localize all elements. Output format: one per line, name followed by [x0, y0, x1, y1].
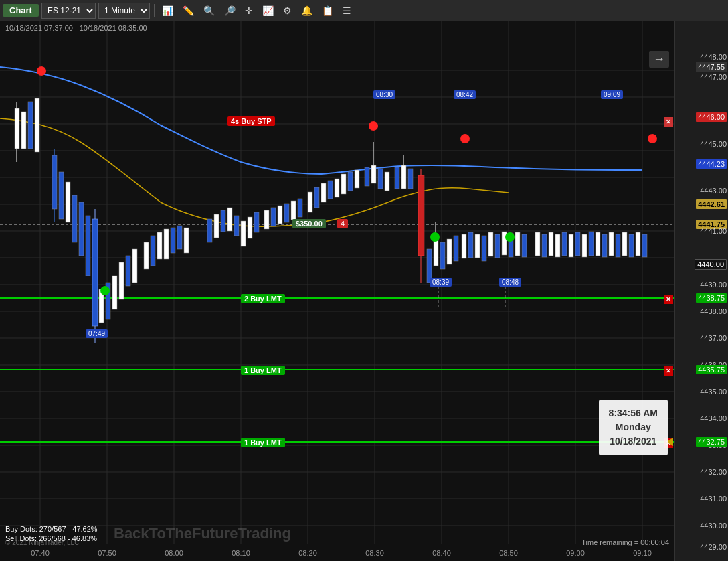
- svg-rect-64: [221, 210, 225, 232]
- tooltip-day: Monday: [609, 420, 658, 434]
- price-4437: 4437.00: [700, 334, 727, 342]
- timeframe-selector[interactable]: 1 Minute: [98, 3, 150, 19]
- crosshair-icon[interactable]: ✛: [242, 4, 256, 17]
- instrument-selector[interactable]: ES 12-21: [41, 3, 96, 19]
- buy-lmt-2-label[interactable]: 2 Buy LMT: [241, 294, 285, 303]
- price-4429: 4429.00: [700, 543, 727, 551]
- svg-rect-43: [72, 195, 77, 242]
- svg-rect-32: [15, 108, 19, 149]
- svg-rect-52: [119, 262, 124, 299]
- svg-rect-112: [515, 232, 520, 256]
- svg-point-131: [37, 66, 46, 76]
- svg-rect-41: [59, 172, 64, 219]
- svg-rect-119: [569, 234, 573, 257]
- draw-icon[interactable]: ✏️: [179, 4, 197, 17]
- svg-rect-122: [589, 232, 594, 256]
- svg-rect-84: [365, 167, 369, 186]
- svg-point-132: [369, 121, 378, 131]
- price-4440: 4440.00: [695, 259, 727, 270]
- close-top-order[interactable]: ✕: [664, 117, 673, 127]
- svg-rect-77: [314, 187, 319, 208]
- svg-rect-78: [321, 183, 326, 202]
- time-remaining: Time remaining = 00:00:04: [581, 538, 669, 546]
- svg-point-133: [460, 134, 470, 143]
- buy-lmt-1a-label[interactable]: 1 Buy LMT: [241, 366, 285, 375]
- svg-rect-83: [355, 170, 359, 188]
- svg-point-137: [505, 232, 515, 242]
- price-4447: 4447.00: [700, 73, 727, 81]
- close-buy-lmt-1a[interactable]: ✕: [664, 366, 673, 376]
- price-4443: 4443.00: [700, 187, 727, 195]
- svg-rect-44: [79, 202, 84, 256]
- svg-rect-82: [348, 172, 353, 191]
- bar-chart-icon[interactable]: 📊: [159, 4, 177, 17]
- time-label-0848: 08:48: [499, 278, 521, 287]
- svg-rect-106: [475, 234, 480, 258]
- price-4439: 4439.00: [700, 280, 727, 289]
- svg-rect-61: [184, 228, 189, 253]
- more-icon[interactable]: ☰: [339, 4, 355, 17]
- svg-rect-118: [562, 232, 567, 256]
- buy-stp-label[interactable]: 4s Buy STP: [227, 116, 275, 126]
- time-label-0842: 08:42: [454, 90, 476, 99]
- svg-rect-128: [629, 234, 634, 257]
- svg-rect-116: [549, 232, 553, 256]
- price-4441: 4441.00: [700, 227, 727, 235]
- svg-rect-100: [447, 239, 452, 264]
- svg-rect-76: [308, 192, 312, 212]
- svg-rect-60: [177, 226, 182, 249]
- svg-rect-88: [385, 172, 389, 191]
- svg-rect-53: [126, 256, 130, 286]
- svg-text:07:50: 07:50: [98, 549, 116, 557]
- close-buy-lmt-2[interactable]: ✕: [664, 295, 673, 304]
- crosshair-tooltip: 8:34:56 AM Monday 10/18/2021: [599, 400, 668, 455]
- svg-rect-121: [582, 234, 587, 257]
- price-4446: 4446.00: [696, 112, 727, 122]
- svg-rect-114: [535, 232, 540, 256]
- zoom-in-icon[interactable]: 🔍: [200, 4, 218, 17]
- svg-rect-123: [596, 232, 600, 256]
- price-4435_75: 4435.75: [696, 365, 727, 374]
- time-label-0749: 07:49: [86, 329, 108, 338]
- svg-rect-37: [35, 98, 39, 152]
- svg-text:08:30: 08:30: [365, 549, 384, 557]
- price-4431: 4431.00: [700, 495, 727, 503]
- svg-text:08:50: 08:50: [499, 549, 518, 557]
- svg-point-136: [430, 232, 440, 242]
- svg-text:08:20: 08:20: [298, 549, 317, 557]
- date-range-label: 10/18/2021 07:37:00 - 10/18/2021 08:35:0…: [5, 24, 147, 32]
- buy-lmt-1b-label[interactable]: 1 Buy LMT: [241, 438, 285, 447]
- template-icon[interactable]: 📋: [318, 4, 337, 17]
- svg-text:08:40: 08:40: [432, 549, 451, 557]
- svg-rect-81: [341, 174, 346, 194]
- indicator-icon[interactable]: 📈: [259, 4, 277, 17]
- svg-rect-42: [66, 182, 70, 222]
- navigate-right-button[interactable]: →: [649, 51, 669, 68]
- tooltip-date: 10/18/2021: [609, 434, 658, 449]
- alert-icon[interactable]: 🔔: [298, 4, 316, 17]
- strategy-icon[interactable]: ⚙: [280, 4, 295, 17]
- chart-tab[interactable]: Chart: [3, 4, 39, 17]
- svg-rect-71: [271, 208, 276, 226]
- svg-rect-36: [28, 102, 33, 149]
- svg-rect-113: [522, 234, 527, 257]
- svg-rect-104: [462, 234, 466, 258]
- svg-rect-124: [602, 234, 607, 257]
- price-4432: 4432.00: [700, 468, 727, 476]
- zoom-out-icon[interactable]: 🔎: [221, 4, 239, 17]
- svg-rect-93: [418, 175, 424, 256]
- title-bar: Chart ES 12-21 1 Minute 📊 ✏️ 🔍 🔎 ✛ 📈 ⚙ 🔔…: [0, 0, 728, 21]
- svg-rect-67: [241, 221, 246, 246]
- svg-rect-90: [401, 165, 406, 189]
- svg-rect-69: [254, 212, 259, 232]
- svg-rect-99: [440, 242, 445, 269]
- svg-text:09:00: 09:00: [566, 549, 585, 557]
- svg-rect-65: [227, 208, 232, 231]
- trade-pnl-label: $350.00: [292, 219, 326, 228]
- svg-rect-87: [378, 169, 383, 189]
- svg-point-134: [648, 134, 657, 143]
- svg-rect-130: [642, 234, 647, 257]
- svg-rect-51: [112, 276, 117, 309]
- trade-qty-label: 4: [337, 219, 348, 228]
- stats-sell-dots: Sell Dots: 266/568 - 46.83%: [5, 534, 97, 542]
